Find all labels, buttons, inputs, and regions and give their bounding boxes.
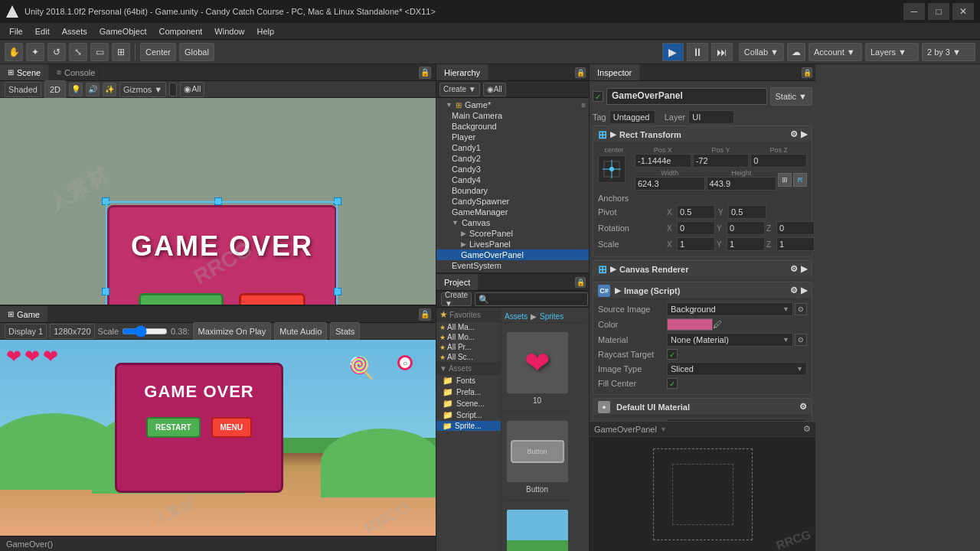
sprite-heart[interactable]: ❤ 10	[505, 326, 570, 412]
2d-button[interactable]: 2D	[44, 80, 66, 99]
layout-dropdown[interactable]: 2 by 3 ▼	[922, 43, 975, 61]
selection-handle-ml[interactable]	[102, 288, 109, 295]
rect-transform-header[interactable]: ⊞ ▶ Rect Transform ⚙ ▶	[593, 126, 812, 143]
project-all-prefabs[interactable]: ★ All Pr...	[436, 342, 501, 352]
audio-icon[interactable]: 🔊	[86, 83, 100, 96]
rot-z[interactable]: 0	[776, 221, 815, 235]
layer-dropdown[interactable]: UI	[688, 110, 734, 124]
tab-hierarchy[interactable]: Hierarchy	[436, 64, 488, 80]
step-button[interactable]: ⏭	[711, 43, 733, 61]
hierarchy-main-camera[interactable]: Main Camera	[436, 110, 589, 121]
hierarchy-canvas[interactable]: ▼ Canvas	[436, 217, 589, 228]
hierarchy-score-panel[interactable]: ▶ ScorePanel	[436, 228, 589, 239]
width-field[interactable]: 624.3	[635, 177, 705, 191]
height-field[interactable]: 443.9	[707, 177, 777, 191]
transform-tool[interactable]: ⊞	[112, 43, 130, 61]
game-viewport[interactable]: 🍭 ○ ❤ ❤ ❤ GAME OVER RESTART MENU	[0, 340, 436, 536]
menu-gameobject[interactable]: GameObject	[93, 25, 153, 37]
selection-handle-mr[interactable]	[334, 288, 341, 295]
selection-handle-tl[interactable]	[102, 197, 109, 205]
rect-tool[interactable]: ▭	[90, 43, 109, 61]
source-image-dropdown[interactable]: Background ▼	[667, 302, 793, 316]
tab-game[interactable]: ⊞ Game	[0, 306, 48, 322]
pos-z-field[interactable]: 0	[750, 154, 807, 168]
reset-button[interactable]: R	[793, 173, 807, 187]
pos-y-field[interactable]: -72	[693, 154, 750, 168]
close-button[interactable]: ✕	[952, 3, 974, 20]
default-ui-material-header[interactable]: ● Default UI Material ⚙	[593, 399, 812, 416]
hierarchy-game-manager[interactable]: GameManager	[436, 207, 589, 217]
hierarchy-all-tag[interactable]: ◉All	[483, 83, 506, 96]
hierarchy-event-system[interactable]: EventSystem	[436, 260, 589, 271]
scale-z[interactable]: 1	[776, 237, 815, 251]
effects-icon[interactable]: ✨	[103, 83, 116, 96]
project-prefabs[interactable]: 📁 Prefa...	[436, 386, 501, 398]
image-script-expand-icon[interactable]: ▶	[801, 285, 807, 295]
menu-button-scene[interactable]: MENU	[239, 293, 305, 305]
scale-x[interactable]: 1	[677, 237, 715, 251]
move-tool[interactable]: ✦	[26, 43, 44, 61]
hierarchy-gameover-panel[interactable]: GameOverPanel	[436, 249, 589, 260]
go-active-checkbox[interactable]: ✓	[593, 91, 603, 102]
project-all-materials[interactable]: ★ All Ma...	[436, 322, 501, 332]
project-all-models[interactable]: ★ All Mo...	[436, 332, 501, 342]
rotate-tool[interactable]: ↺	[47, 43, 66, 61]
go-name-field[interactable]: GameOverPanel	[606, 88, 767, 105]
hierarchy-candy1[interactable]: Candy1	[436, 142, 589, 153]
pos-x-field[interactable]: -1.1444e	[635, 154, 691, 168]
rot-x[interactable]: 0	[677, 221, 715, 235]
project-create-dropdown[interactable]: Create ▼	[441, 292, 472, 306]
scene-viewport[interactable]: GAME OVER RESTART MENU 人素材 RRC	[0, 98, 436, 305]
scale-y[interactable]: 1	[727, 237, 765, 251]
constrain-button[interactable]: ⊞	[778, 173, 792, 187]
center-button[interactable]: Center	[140, 43, 176, 61]
eyedropper-icon[interactable]: 🖊	[713, 319, 722, 330]
image-script-header[interactable]: C# ▶ Image (Script) ⚙ ▶	[593, 282, 812, 299]
project-scenes[interactable]: 📁 Scene...	[436, 398, 501, 409]
pivot-y[interactable]: 0.5	[728, 205, 766, 219]
menu-file[interactable]: File	[3, 25, 29, 37]
raycast-checkbox[interactable]: ✓	[667, 349, 678, 360]
project-fonts[interactable]: 📁 Fonts	[436, 375, 501, 386]
image-script-settings-icon[interactable]: ⚙	[790, 285, 798, 295]
menu-button-game[interactable]: MENU	[211, 417, 252, 438]
display-dropdown[interactable]: Display 1	[5, 324, 47, 339]
tab-scene[interactable]: ⊞ Scene	[0, 64, 49, 80]
hierarchy-candy3[interactable]: Candy3	[436, 164, 589, 174]
maximize-button[interactable]: □	[928, 3, 949, 20]
all-tag-dropdown[interactable]: ◉All	[180, 82, 204, 97]
menu-edit[interactable]: Edit	[29, 25, 56, 37]
gizmos-dropdown[interactable]: Gizmos ▼	[119, 82, 166, 97]
minimize-button[interactable]: ─	[903, 3, 925, 20]
cloud-button[interactable]: ☁	[787, 43, 805, 61]
tab-project[interactable]: Project	[436, 274, 479, 290]
image-type-dropdown[interactable]: Sliced ▼	[667, 362, 807, 376]
source-image-select-icon[interactable]: ⊙	[795, 303, 807, 315]
static-button[interactable]: Static ▼	[770, 87, 812, 106]
stats-button[interactable]: Stats	[330, 322, 360, 341]
hand-tool[interactable]: ✋	[5, 43, 23, 61]
hierarchy-candy4[interactable]: Candy4	[436, 174, 589, 185]
material-settings-icon[interactable]: ⚙	[799, 402, 807, 412]
restart-button-game[interactable]: RESTART	[146, 417, 200, 438]
preview-settings-icon[interactable]: ⚙	[803, 424, 811, 434]
tag-dropdown[interactable]: Untagged	[609, 110, 655, 124]
hierarchy-background[interactable]: Background	[436, 121, 589, 132]
hierarchy-boundary[interactable]: Boundary	[436, 185, 589, 196]
pause-button[interactable]: ⏸	[687, 43, 708, 61]
hierarchy-player[interactable]: Player	[436, 132, 589, 142]
selection-handle-tr[interactable]	[334, 197, 341, 205]
hierarchy-lives-panel[interactable]: ▶ LivesPanel	[436, 239, 589, 249]
material-dropdown[interactable]: None (Material) ▼	[667, 333, 793, 347]
hierarchy-game[interactable]: ▼ ⊞ Game* ≡	[436, 99, 589, 110]
play-button[interactable]: ▶	[662, 43, 684, 61]
tab-console[interactable]: ≡ Console	[49, 64, 103, 80]
maximize-on-play-button[interactable]: Maximize On Play	[193, 322, 272, 341]
scale-tool[interactable]: ⤡	[69, 43, 87, 61]
canvas-renderer-header[interactable]: ⊞ ▶ Canvas Renderer ⚙ ▶	[593, 261, 812, 278]
project-search-input[interactable]	[475, 292, 588, 306]
project-scripts[interactable]: 📁 Script...	[436, 409, 501, 421]
anchor-visual[interactable]	[598, 155, 626, 183]
account-dropdown[interactable]: Account ▼	[808, 43, 862, 61]
hierarchy-create-dropdown[interactable]: Create ▼	[439, 83, 480, 96]
